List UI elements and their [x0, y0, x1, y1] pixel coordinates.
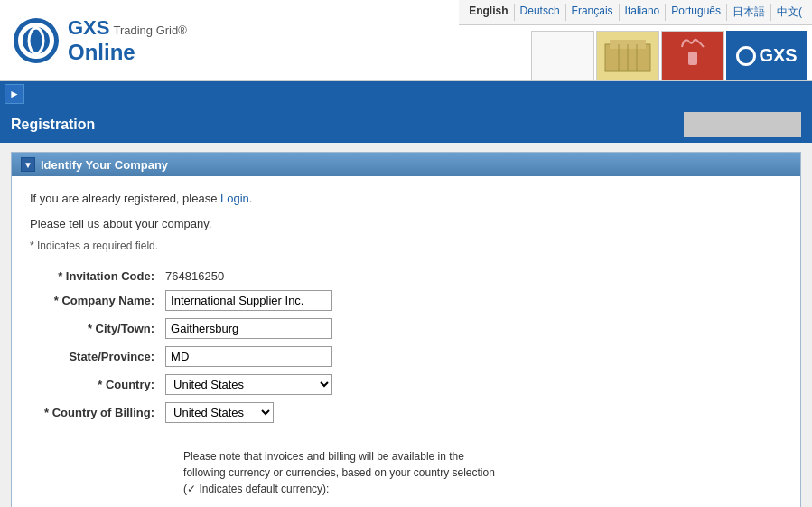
lang-deutsch[interactable]: Deutsch — [515, 4, 566, 21]
city-cell — [160, 315, 523, 343]
invitation-code-label: Invitation Code: — [39, 266, 160, 286]
info-line1: If you are already registered, please Lo… — [30, 190, 782, 208]
state-cell — [160, 343, 523, 371]
country-cell: United States Canada United Kingdom Germ… — [160, 371, 523, 399]
lang-francais[interactable]: Français — [566, 4, 620, 21]
info-line2: Please tell us about your company. — [30, 215, 782, 233]
company-name-cell — [160, 286, 523, 315]
state-row: State/Province: — [39, 343, 523, 371]
country-select[interactable]: United States Canada United Kingdom Germ… — [165, 374, 332, 395]
company-name-input[interactable] — [165, 290, 332, 311]
country-label: Country: — [39, 371, 160, 399]
company-name-row: Company Name: — [39, 286, 523, 315]
nav-arrow-button[interactable]: ► — [5, 84, 24, 104]
billing-country-row: Country of Billing: United States Canada… — [39, 399, 523, 427]
section-header: ▼ Identify Your Company — [12, 153, 800, 176]
invitation-code-row: Invitation Code: 764816250 — [39, 266, 523, 286]
login-link[interactable]: Login — [220, 192, 249, 205]
header-images: GXS — [527, 25, 812, 86]
svg-rect-7 — [688, 52, 697, 65]
billing-note-cell: Please note that invoices and billing wi… — [160, 427, 523, 507]
logo-gxs-text: GXS — [68, 16, 109, 40]
section-title: Identify Your Company — [41, 158, 168, 172]
gxs-logo-circle — [14, 18, 59, 63]
language-bar: English Deutsch Français Italiano Portug… — [459, 0, 812, 25]
billing-country-label: Country of Billing: — [39, 399, 160, 427]
billing-note-row: Please note that invoices and billing wi… — [39, 427, 523, 507]
invitation-code-value: 764816250 — [160, 266, 523, 286]
logo-area: GXS Trading Grid® Online — [0, 7, 201, 74]
svg-point-0 — [20, 24, 52, 57]
lang-portugues[interactable]: Português — [666, 4, 727, 21]
city-row: City/Town: — [39, 315, 523, 343]
billing-country-select[interactable]: United States Canada United Kingdom — [165, 402, 274, 423]
header-image-1 — [531, 31, 594, 80]
required-note: * Indicates a required field. — [30, 239, 782, 252]
lang-english[interactable]: English — [463, 4, 514, 21]
country-row: Country: United States Canada United Kin… — [39, 371, 523, 399]
logo-trademark-text: Trading Grid® — [113, 23, 186, 37]
header-image-3 — [661, 31, 724, 80]
city-input[interactable] — [165, 318, 332, 339]
lang-italiano[interactable]: Italiano — [620, 4, 667, 21]
state-label: State/Province: — [39, 343, 160, 371]
lang-japanese[interactable]: 日本語 — [727, 4, 771, 21]
main-content: Registration ▼ Identify Your Company If … — [0, 107, 812, 507]
lang-chinese[interactable]: 中文( — [771, 4, 807, 21]
city-label: City/Town: — [39, 315, 160, 343]
registration-bar: Registration — [0, 107, 812, 143]
logo-online-text: Online — [68, 40, 187, 65]
form-table: Invitation Code: 764816250 Company Name:… — [39, 266, 523, 507]
section-container: ▼ Identify Your Company If you are alrea… — [11, 152, 801, 507]
gxs-header-logo: GXS — [726, 31, 807, 80]
registration-title: Registration — [11, 117, 95, 133]
header-right: English Deutsch Français Italiano Portug… — [459, 0, 812, 80]
billing-note: Please note that invoices and billing wi… — [174, 441, 518, 507]
billing-country-cell: United States Canada United Kingdom — [160, 399, 523, 427]
registration-bar-right — [684, 112, 801, 137]
section-body: If you are already registered, please Lo… — [12, 176, 800, 507]
section-collapse-icon[interactable]: ▼ — [21, 157, 35, 172]
header-image-2 — [596, 31, 659, 80]
header: GXS Trading Grid® Online English Deutsch… — [0, 0, 812, 81]
company-name-label: Company Name: — [39, 286, 160, 315]
svg-point-1 — [29, 28, 43, 53]
state-input[interactable] — [165, 346, 332, 367]
logo-text: GXS Trading Grid® Online — [68, 16, 187, 65]
